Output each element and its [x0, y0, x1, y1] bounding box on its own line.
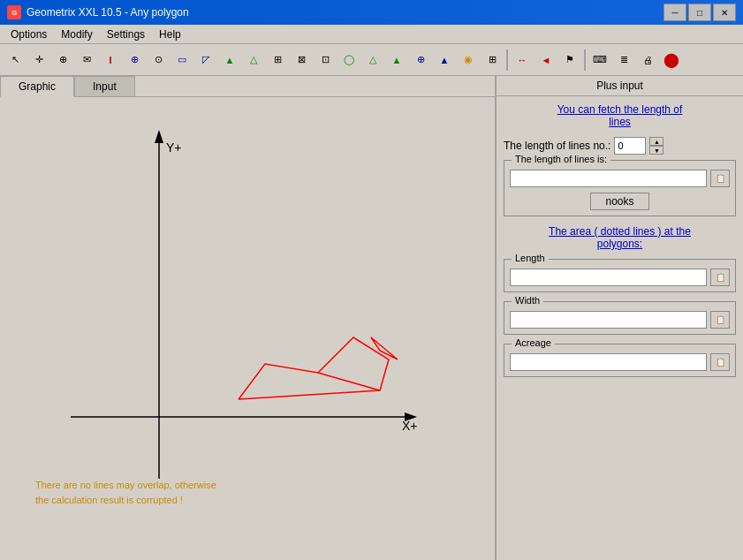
fetch-length-link[interactable]: You can fetch the length of lines [504, 103, 736, 128]
width-field-copy[interactable]: 📋 [710, 311, 730, 329]
acreage-group: Acreage 📋 [504, 344, 736, 377]
tool-tri4[interactable]: ▲ [385, 49, 408, 72]
acreage-field-label: Acreage [512, 337, 555, 348]
length-field-input[interactable] [510, 269, 707, 286]
tool-crosshair[interactable]: ✛ [27, 49, 50, 72]
length-lines-row: The length of lines no.: ▲ ▼ [504, 137, 736, 155]
svg-marker-4 [155, 130, 163, 143]
graphic-area: Y+ X+ There are no lines may overlap, ot… [0, 97, 495, 560]
tool-grid2[interactable]: ⊠ [290, 49, 313, 72]
tool-keyboard[interactable]: ⌨ [588, 49, 611, 72]
menu-help[interactable]: Help [152, 26, 188, 42]
length-lines-input[interactable] [614, 137, 646, 155]
app-icon: G [7, 5, 21, 19]
tab-input[interactable]: Input [74, 76, 135, 96]
plus-input-content: You can fetch the length of lines The le… [497, 96, 743, 560]
warning-message: There are no lines may overlap, otherwis… [35, 478, 216, 507]
svg-text:Y+: Y+ [166, 140, 182, 155]
left-panel: Graphic Input Y+ X+ [0, 76, 496, 560]
width-field-label: Width [512, 295, 543, 306]
svg-line-6 [239, 390, 380, 399]
plus-input-tab-header[interactable]: Plus input [497, 76, 743, 96]
tool-cross-circle[interactable]: ⊕ [409, 49, 432, 72]
spin-up-button[interactable]: ▲ [649, 137, 663, 146]
toolbar-separator-1 [506, 49, 508, 71]
spin-down-button[interactable]: ▼ [649, 146, 663, 155]
tool-circle-cross[interactable]: ⊕ [123, 49, 146, 72]
window-title: Geometrix XXL 10.5 - Any polygon [27, 6, 663, 19]
length-group-title: The length of lines is: [512, 154, 610, 164]
tabs-row: Graphic Input [0, 76, 495, 97]
tool-circle[interactable]: ◯ [337, 49, 360, 72]
close-button[interactable]: ✕ [713, 4, 736, 21]
tool-triangle2[interactable]: △ [242, 49, 265, 72]
tool-grid3[interactable]: ⊡ [314, 49, 337, 72]
minimize-button[interactable]: ─ [663, 4, 686, 21]
tool-table[interactable]: ⊞ [481, 49, 504, 72]
tool-grid1[interactable]: ⊞ [266, 49, 289, 72]
width-group: Width 📋 [504, 301, 736, 335]
length-group-inner: 📋 nooks [510, 170, 730, 210]
length-field-label: Length [512, 253, 549, 263]
maximize-button[interactable]: □ [688, 4, 711, 21]
tool-triangle1[interactable]: ▲ [218, 49, 241, 72]
length-lines-label: The length of lines no.: [504, 140, 610, 152]
length-value-row: 📋 [510, 170, 730, 187]
tool-printer[interactable]: 🖨 [636, 49, 659, 72]
length-field-copy[interactable]: 📋 [710, 269, 730, 286]
width-field-inner: 📋 [510, 311, 730, 329]
area-link[interactable]: The area ( dotted lines ) at the polygon… [504, 225, 736, 250]
warning-line-2: the calculation result is corrupted ! [35, 493, 216, 508]
tool-text[interactable]: I [99, 49, 122, 72]
tool-target[interactable]: ⊙ [147, 49, 170, 72]
nooks-button[interactable]: nooks [590, 193, 648, 210]
tool-filled-tri[interactable]: ▲ [433, 49, 456, 72]
warning-line-1: There are no lines may overlap, otherwis… [35, 478, 216, 493]
main-content: Graphic Input Y+ X+ [0, 76, 743, 560]
menu-bar: Options Modify Settings Help [0, 25, 743, 44]
length-copy-button[interactable]: 📋 [710, 170, 730, 187]
length-of-lines-group: The length of lines is: 📋 nooks [504, 160, 736, 216]
tool-zoom[interactable]: ⊕ [51, 49, 74, 72]
tool-flag[interactable]: ⚑ [558, 49, 581, 72]
tool-parallelogram[interactable]: ◸ [194, 49, 217, 72]
length-group: Length 📋 [504, 259, 736, 292]
length-lines-spinner: ▲ ▼ [649, 137, 663, 155]
tool-pointer[interactable]: ↖ [4, 49, 27, 72]
menu-modify[interactable]: Modify [54, 26, 99, 42]
acreage-field-input[interactable] [510, 353, 707, 371]
right-panel: Plus input You can fetch the length of l… [496, 76, 743, 560]
tool-mail[interactable]: ✉ [75, 49, 98, 72]
tool-rectangle[interactable]: ▭ [171, 49, 193, 72]
width-field-input[interactable] [510, 311, 707, 329]
tool-tri3[interactable]: △ [361, 49, 384, 72]
tool-arrows[interactable]: ↔ [511, 49, 534, 72]
title-bar: G Geometrix XXL 10.5 - Any polygon ─ □ ✕ [0, 0, 743, 25]
width-field-row: 📋 [510, 311, 730, 329]
menu-settings[interactable]: Settings [100, 26, 152, 42]
tool-stop[interactable]: ⬤ [660, 49, 683, 72]
menu-options[interactable]: Options [4, 26, 54, 42]
tool-calc[interactable]: ≣ [612, 49, 635, 72]
length-field-row: 📋 [510, 269, 730, 286]
tool-dot-circle[interactable]: ◉ [457, 49, 480, 72]
acreage-field-row: 📋 [510, 353, 730, 371]
svg-text:X+: X+ [402, 419, 418, 433]
toolbar-separator-2 [584, 49, 586, 71]
tool-left-arrow[interactable]: ◄ [535, 49, 557, 72]
length-value-field[interactable] [510, 170, 707, 187]
tab-graphic[interactable]: Graphic [0, 76, 74, 97]
acreage-field-inner: 📋 [510, 353, 730, 371]
length-field-inner: 📋 [510, 269, 730, 286]
toolbar: ↖ ✛ ⊕ ✉ I ⊕ ⊙ ▭ ◸ ▲ △ ⊞ ⊠ ⊡ ◯ △ ▲ ⊕ ▲ ◉ … [0, 44, 743, 76]
acreage-field-copy[interactable]: 📋 [710, 353, 730, 371]
title-bar-buttons: ─ □ ✕ [663, 4, 736, 21]
